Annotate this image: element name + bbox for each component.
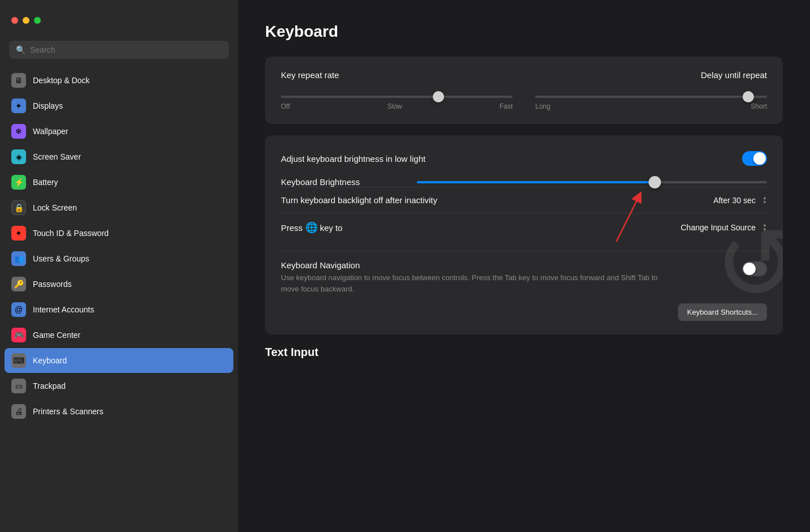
sidebar-item-trackpad[interactable]: ▭Trackpad [5, 374, 233, 398]
inactivity-select[interactable]: After 30 sec ▲ ▼ [713, 196, 767, 205]
brightness-toggle[interactable] [742, 151, 767, 166]
inactivity-stepper[interactable]: ▲ ▼ [762, 196, 767, 205]
titlebar [0, 0, 238, 41]
delay-short-label: Short [751, 102, 767, 110]
repeat-fast-label: Fast [500, 102, 513, 110]
delay-thumb[interactable] [743, 91, 754, 102]
sidebar-item-keyboard[interactable]: ⌨Keyboard [5, 348, 233, 373]
sidebar-item-lock-screen[interactable]: 🔒Lock Screen [5, 195, 233, 220]
brightness-track [417, 181, 767, 183]
keyboard-nav-section: Keyboard Navigation Use keyboard navigat… [281, 251, 767, 321]
sidebar-item-game-center[interactable]: 🎮Game Center [5, 323, 233, 347]
globe-key-value: Change Input Source [681, 223, 756, 232]
sidebar-label-lock-screen: Lock Screen [33, 203, 77, 212]
inactivity-label: Turn keyboard backlight off after inacti… [281, 195, 437, 205]
sidebar-item-touch-id[interactable]: ✦Touch ID & Password [5, 221, 233, 246]
sidebar-item-wallpaper[interactable]: ❄Wallpaper [5, 119, 233, 144]
sidebar-label-touch-id: Touch ID & Password [33, 229, 109, 238]
users-groups-icon: 👥 [11, 251, 26, 266]
globe-stepper-down: ▼ [762, 228, 767, 232]
maximize-button[interactable] [34, 17, 41, 24]
page-title: Keyboard [265, 23, 783, 41]
globe-key-label: Press 🌐 key to [281, 221, 343, 234]
inactivity-value: After 30 sec [713, 196, 756, 205]
search-icon: 🔍 [16, 45, 25, 54]
game-center-icon: 🎮 [11, 328, 26, 342]
key-repeat-card: Key repeat rate Delay until repeat Off S… [265, 57, 783, 124]
brightness-thumb[interactable] [649, 176, 661, 188]
close-button[interactable] [11, 17, 18, 24]
keyboard-shortcuts-button[interactable]: Keyboard Shortcuts... [678, 303, 767, 321]
delay-track [535, 96, 767, 98]
repeat-off-label: Off [281, 102, 290, 110]
screen-saver-icon: ◈ [11, 149, 26, 164]
key-repeat-label: Key repeat rate [281, 70, 339, 80]
brightness-slider-row: Keyboard Brightness [281, 177, 767, 187]
sidebar-label-printers-scanners: Printers & Scanners [33, 407, 104, 416]
sidebar-label-trackpad: Trackpad [33, 381, 66, 391]
key-repeat-thumb[interactable] [433, 91, 444, 102]
sidebar-label-users-groups: Users & Groups [33, 254, 89, 263]
sidebar-item-battery[interactable]: ⚡Battery [5, 170, 233, 195]
sidebar-item-screen-saver[interactable]: ◈Screen Saver [5, 144, 233, 169]
internet-accounts-icon: @ [11, 302, 26, 317]
shortcuts-button-row: Keyboard Shortcuts... [281, 303, 767, 321]
sidebar-list: 🖥Desktop & Dock✦Displays❄Wallpaper◈Scree… [0, 66, 238, 532]
nav-title: Keyboard Navigation [281, 260, 666, 270]
delay-slider-section: Long Short [535, 91, 767, 110]
keyboard-icon: ⌨ [11, 353, 26, 368]
nav-desc: Use keyboard navigation to move focus be… [281, 272, 666, 294]
inactivity-row: Turn keyboard backlight off after inacti… [281, 187, 767, 213]
sliders-wrapper: Off Slow Fast Long Short [281, 91, 767, 110]
sidebar-item-displays[interactable]: ✦Displays [5, 93, 233, 118]
globe-key-select[interactable]: Change Input Source ▲ ▼ [681, 223, 767, 232]
sidebar-item-internet-accounts[interactable]: @Internet Accounts [5, 297, 233, 322]
sidebar-label-wallpaper: Wallpaper [33, 127, 69, 136]
trackpad-icon: ▭ [11, 379, 26, 393]
brightness-slider-label: Keyboard Brightness [281, 177, 406, 187]
minimize-button[interactable] [23, 17, 29, 24]
battery-icon: ⚡ [11, 175, 26, 190]
passwords-icon: 🔑 [11, 277, 26, 291]
key-repeat-slider-labels: Off Slow Fast [281, 102, 513, 110]
key-repeat-slider-section: Off Slow Fast [281, 91, 513, 110]
brightness-toggle-label: Adjust keyboard brightness in low light [281, 154, 425, 164]
desktop-dock-icon: 🖥 [11, 73, 26, 88]
lock-screen-icon: 🔒 [11, 200, 26, 215]
brightness-card: ↺ Adjust keyboard brightness in low ligh… [265, 135, 783, 334]
key-repeat-track [281, 96, 513, 98]
displays-icon: ✦ [11, 98, 26, 113]
repeat-slow-label: Slow [387, 102, 402, 110]
brightness-toggle-knob [753, 152, 766, 165]
sidebar-label-battery: Battery [33, 178, 58, 187]
sidebar-item-printers-scanners[interactable]: 🖨Printers & Scanners [5, 399, 233, 424]
sidebar-label-game-center: Game Center [33, 331, 80, 340]
wallpaper-icon: ❄ [11, 124, 26, 139]
brightness-slider-container [417, 181, 767, 183]
sidebar-item-desktop-dock[interactable]: 🖥Desktop & Dock [5, 68, 233, 93]
globe-key-row: Press 🌐 key to Change Input Source ▲ ▼ [281, 213, 767, 242]
sidebar: 🔍 🖥Desktop & Dock✦Displays❄Wallpaper◈Scr… [0, 0, 238, 532]
sidebar-label-internet-accounts: Internet Accounts [33, 305, 94, 314]
text-input-title: Text Input [265, 346, 783, 359]
stepper-down: ▼ [762, 200, 767, 205]
sidebar-label-displays: Displays [33, 101, 63, 110]
delay-long-label: Long [535, 102, 551, 110]
delay-repeat-label: Delay until repeat [701, 70, 767, 80]
nav-toggle-knob [743, 263, 756, 275]
nav-title-row: Keyboard Navigation Use keyboard navigat… [281, 260, 767, 294]
sidebar-label-keyboard: Keyboard [33, 356, 67, 365]
sidebar-item-passwords[interactable]: 🔑Passwords [5, 272, 233, 297]
sidebar-label-screen-saver: Screen Saver [33, 152, 81, 161]
sidebar-label-desktop-dock: Desktop & Dock [33, 76, 89, 85]
globe-key-stepper[interactable]: ▲ ▼ [762, 223, 767, 232]
printers-scanners-icon: 🖨 [11, 404, 26, 419]
search-input[interactable] [30, 45, 222, 54]
delay-slider-labels: Long Short [535, 102, 767, 110]
nav-toggle[interactable] [742, 261, 767, 276]
brightness-toggle-row: Adjust keyboard brightness in low light [281, 149, 767, 168]
touch-id-icon: ✦ [11, 226, 26, 241]
sidebar-item-users-groups[interactable]: 👥Users & Groups [5, 246, 233, 271]
sidebar-label-passwords: Passwords [33, 280, 71, 289]
search-bar[interactable]: 🔍 [9, 41, 229, 59]
